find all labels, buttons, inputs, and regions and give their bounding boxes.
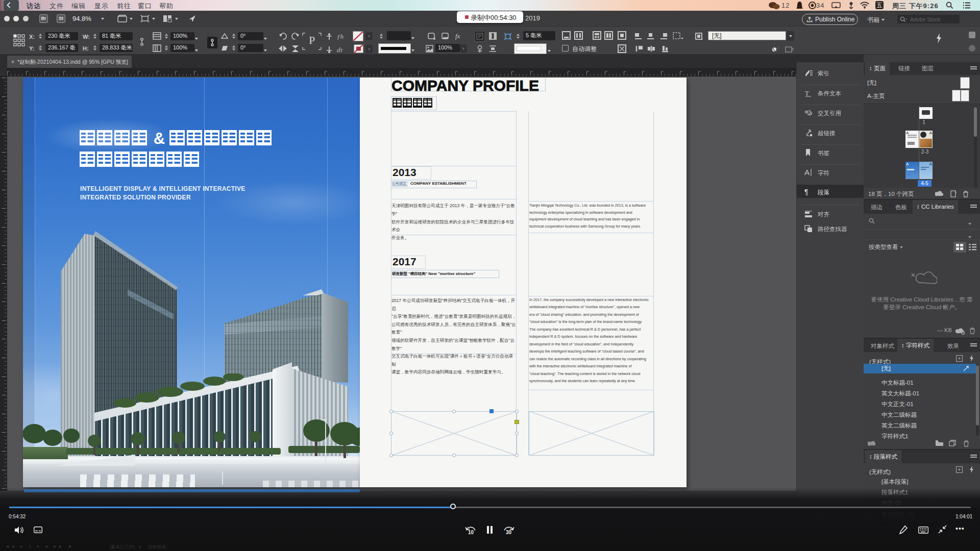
svg-text:dτ: dτ <box>337 46 344 54</box>
svg-text:¶: ¶ <box>804 188 808 196</box>
svg-text:ƒh: ƒh <box>337 33 344 40</box>
svg-text:T: T <box>805 89 809 97</box>
svg-text:A: A <box>804 168 810 177</box>
svg-text:10: 10 <box>468 530 474 535</box>
svg-text:30: 30 <box>506 530 512 535</box>
